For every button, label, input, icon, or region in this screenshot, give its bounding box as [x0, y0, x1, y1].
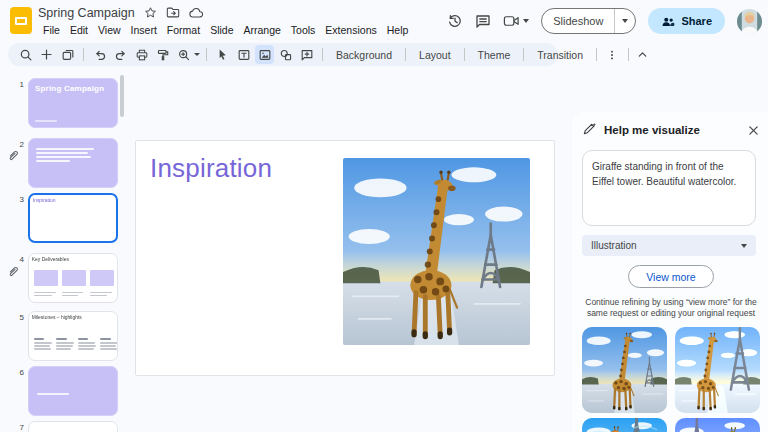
user-avatar[interactable]: [737, 9, 762, 34]
view-more-button[interactable]: View more: [628, 265, 713, 288]
thumb-title: Key Deliverables: [29, 254, 77, 262]
slideshow-options-button[interactable]: [615, 9, 635, 33]
thumb-title: Inspiration: [30, 195, 77, 203]
people-share-icon: [661, 15, 675, 28]
slide-giraffe-image[interactable]: [343, 158, 530, 345]
slide-number: 3: [10, 195, 24, 204]
undo-icon[interactable]: [90, 45, 109, 64]
zoom-caret-icon[interactable]: [194, 53, 200, 56]
star-icon[interactable]: [144, 6, 157, 19]
menu-file[interactable]: File: [38, 23, 65, 37]
slide-number: 7: [10, 423, 24, 432]
magic-pencil-icon: [582, 121, 597, 140]
more-options-icon[interactable]: [603, 45, 622, 64]
slide-number: 6: [10, 368, 24, 377]
top-bar: Spring Campaign File Edit View Insert Fo…: [0, 0, 768, 42]
slide-filmstrip: 1 Spring Campaign 2 3 Inspiration: [0, 68, 127, 432]
result-image-2[interactable]: [675, 327, 760, 413]
camera-options-caret-icon[interactable]: [523, 19, 529, 23]
menu-edit[interactable]: Edit: [65, 23, 93, 37]
meet-camera-button[interactable]: [503, 14, 529, 28]
print-icon[interactable]: [132, 45, 151, 64]
menu-help[interactable]: Help: [382, 23, 414, 37]
share-label: Share: [681, 15, 712, 27]
prompt-textarea[interactable]: Giraffe standing in front of the Eiffel …: [582, 150, 756, 226]
menu-arrange[interactable]: Arrange: [238, 23, 285, 37]
zoom-icon[interactable]: [174, 45, 193, 64]
insert-shape-icon[interactable]: [276, 45, 295, 64]
toolbar: Background Layout Theme Transition: [8, 43, 558, 66]
help-me-visualize-panel: Help me visualize Giraffe standing in fr…: [572, 112, 768, 432]
menu-view[interactable]: View: [93, 23, 126, 37]
add-comment-icon[interactable]: [297, 45, 316, 64]
slide-number: 1: [10, 80, 24, 89]
thumb-title: Spring Campaign: [29, 79, 117, 93]
refine-caption: Continue refining by using “view more” f…: [582, 297, 760, 320]
slide-thumbnail-7[interactable]: [28, 421, 118, 432]
search-menus-icon[interactable]: [16, 45, 35, 64]
move-folder-icon[interactable]: [166, 6, 180, 19]
menu-tools[interactable]: Tools: [286, 23, 321, 37]
filmstrip-scrollbar[interactable]: [120, 75, 124, 117]
comment-history-icon[interactable]: [475, 13, 491, 29]
panel-title: Help me visualize: [604, 124, 740, 136]
result-image-3[interactable]: [582, 418, 667, 432]
menu-insert[interactable]: Insert: [126, 23, 162, 37]
attachment-paperclip-icon: [7, 148, 20, 166]
style-dropdown[interactable]: Illustration: [582, 235, 756, 256]
hide-menus-icon[interactable]: [633, 45, 652, 64]
dropdown-caret-icon: [741, 244, 747, 248]
share-button[interactable]: Share: [648, 8, 725, 34]
menu-bar: File Edit View Insert Format Slide Arran…: [38, 23, 413, 37]
thumb-title: Milestones – highlights: [29, 312, 77, 320]
result-image-4[interactable]: [675, 418, 760, 432]
version-history-icon[interactable]: [447, 13, 463, 29]
layout-button[interactable]: Layout: [412, 49, 458, 61]
slide-thumbnail-3-selected[interactable]: Inspiration: [28, 193, 118, 243]
google-slides-app: Spring Campaign File Edit View Insert Fo…: [0, 0, 768, 432]
close-panel-icon[interactable]: [747, 124, 760, 137]
slideshow-button[interactable]: Slideshow: [542, 9, 615, 33]
transition-button[interactable]: Transition: [530, 49, 590, 61]
slide-number: 4: [10, 255, 24, 264]
slide-thumbnail-4[interactable]: Key Deliverables: [28, 253, 118, 303]
theme-button[interactable]: Theme: [471, 49, 518, 61]
attachment-paperclip-icon: [7, 264, 20, 282]
slide-number: 5: [10, 313, 24, 322]
result-image-1[interactable]: [582, 327, 667, 413]
redo-icon[interactable]: [111, 45, 130, 64]
new-slide-icon[interactable]: [37, 45, 56, 64]
cloud-saved-icon[interactable]: [189, 7, 204, 19]
slide-title-text[interactable]: Inspiration: [150, 153, 272, 184]
select-cursor-icon[interactable]: [213, 45, 232, 64]
slide-thumbnail-5[interactable]: Milestones – highlights: [28, 311, 118, 361]
duplicate-icon[interactable]: [58, 45, 77, 64]
slide-thumbnail-1[interactable]: Spring Campaign: [28, 78, 118, 128]
document-title[interactable]: Spring Campaign: [38, 6, 135, 20]
generated-results-grid: [582, 327, 760, 432]
slideshow-split-button: Slideshow: [541, 8, 636, 34]
menu-slide[interactable]: Slide: [205, 23, 238, 37]
background-button[interactable]: Background: [329, 49, 399, 61]
style-dropdown-value: Illustration: [591, 240, 637, 251]
paint-format-icon[interactable]: [153, 45, 172, 64]
slide-thumbnail-2[interactable]: [28, 138, 118, 188]
slide-canvas[interactable]: Inspiration: [135, 140, 555, 376]
slide-thumbnail-6[interactable]: [28, 366, 118, 416]
slides-logo[interactable]: [10, 7, 32, 34]
text-box-icon[interactable]: [234, 45, 253, 64]
menu-format[interactable]: Format: [162, 23, 205, 37]
insert-image-icon[interactable]: [255, 45, 274, 64]
menu-extensions[interactable]: Extensions: [320, 23, 381, 37]
